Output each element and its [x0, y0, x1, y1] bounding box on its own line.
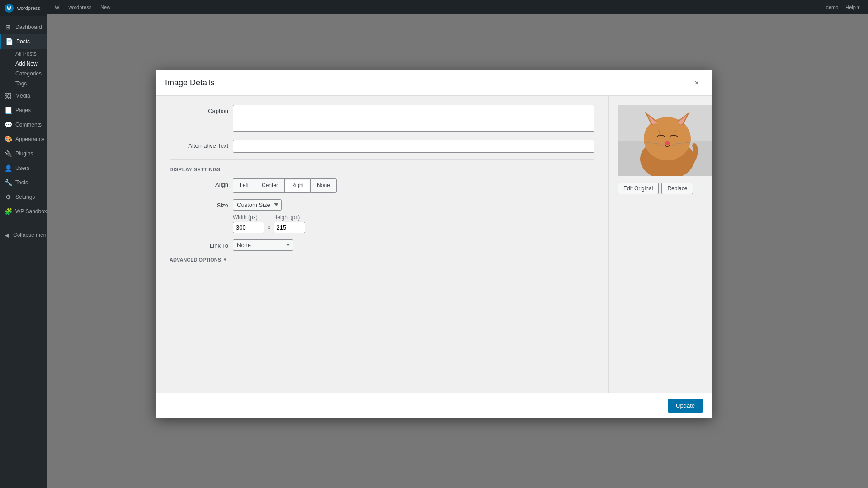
- topbar-user-label: demo: [826, 5, 839, 10]
- alt-text-label: Alternative Text: [170, 140, 228, 149]
- wp-logo-icon[interactable]: W: [5, 4, 14, 13]
- align-right-button[interactable]: Right: [284, 178, 310, 193]
- caption-input[interactable]: [233, 105, 594, 132]
- sidebar-item-comments[interactable]: 💬 Comments: [0, 117, 47, 132]
- plugins-icon: 🔌: [5, 150, 12, 157]
- modal-left-panel: Caption Alternative Text DISPLAY SETTING…: [156, 96, 608, 393]
- cat-svg: [618, 105, 712, 176]
- sidebar-item-users[interactable]: 👤 Users: [0, 161, 47, 175]
- image-action-buttons: Edit Original Replace: [618, 183, 703, 194]
- image-details-modal: Image Details × Caption Alternative Text: [156, 70, 712, 418]
- media-icon: 🖼: [5, 92, 12, 99]
- height-group: Height (px): [274, 214, 305, 233]
- link-to-select[interactable]: None Media File Attachment Page Custom U…: [233, 239, 293, 251]
- size-row: Size Thumbnail Medium Large Full Size Cu…: [170, 199, 594, 233]
- sidebar-item-label: Media: [15, 93, 30, 99]
- sidebar-item-label: Dashboard: [15, 24, 42, 30]
- sidebar-nav: ⊞ Dashboard 📄 Posts All Posts Add New Ca…: [0, 16, 47, 242]
- alt-text-input[interactable]: [233, 140, 594, 153]
- width-group: Width (px): [233, 214, 264, 233]
- size-separator: ×: [267, 224, 271, 231]
- sidebar-item-label: Appearance: [15, 136, 45, 142]
- sidebar-item-label: Plugins: [15, 150, 33, 157]
- sidebar-item-wpsandbox[interactable]: 🧩 WP Sandbox: [0, 204, 47, 219]
- align-control: Left Center Right None: [233, 178, 594, 193]
- posts-icon: 📄: [5, 38, 13, 45]
- align-left-button[interactable]: Left: [233, 178, 255, 193]
- users-icon: 👤: [5, 164, 12, 172]
- align-row: Align Left Center Right None: [170, 178, 594, 193]
- sidebar-item-tools[interactable]: 🔧 Tools: [0, 175, 47, 190]
- alt-text-control: [233, 140, 594, 153]
- modal-title: Image Details: [165, 78, 215, 88]
- sidebar-item-label: Comments: [15, 122, 42, 128]
- topbar-new-btn[interactable]: New: [98, 4, 113, 11]
- replace-button[interactable]: Replace: [661, 183, 693, 194]
- topbar-site-btn[interactable]: wordpress: [66, 4, 94, 11]
- display-settings-title: DISPLAY SETTINGS: [170, 167, 594, 172]
- caption-row: Caption: [170, 105, 594, 133]
- align-none-button[interactable]: None: [310, 178, 337, 193]
- topbar: W wordpress New demo Help ▾: [47, 0, 868, 14]
- sidebar-item-pages[interactable]: 📃 Pages: [0, 103, 47, 117]
- sidebar-subitem-categories[interactable]: Categories: [0, 69, 47, 79]
- size-control: Thumbnail Medium Large Full Size Custom …: [233, 199, 594, 233]
- modal-body: Caption Alternative Text DISPLAY SETTING…: [156, 96, 712, 393]
- sidebar-item-media[interactable]: 🖼 Media: [0, 89, 47, 103]
- tools-icon: 🔧: [5, 179, 12, 186]
- link-to-row: Link To None Media File Attachment Page …: [170, 239, 594, 251]
- width-input[interactable]: [233, 222, 264, 233]
- link-to-label: Link To: [170, 239, 228, 249]
- sidebar-item-label: Posts: [16, 38, 30, 45]
- dashboard-icon: ⊞: [5, 23, 12, 31]
- align-center-button[interactable]: Center: [255, 178, 284, 193]
- advanced-options-label: ADVANCED OPTIONS: [170, 257, 221, 263]
- cat-image-display: [618, 105, 712, 176]
- sidebar-item-label: Pages: [15, 107, 31, 113]
- width-label: Width (px): [233, 214, 264, 221]
- height-label: Height (px): [274, 214, 305, 221]
- update-button[interactable]: Update: [668, 399, 703, 413]
- appearance-icon: 🎨: [5, 136, 12, 143]
- svg-point-8: [665, 141, 670, 145]
- pages-icon: 📃: [5, 107, 12, 114]
- wpsandbox-icon: 🧩: [5, 208, 12, 215]
- link-to-control: None Media File Attachment Page Custom U…: [233, 239, 594, 251]
- edit-original-button[interactable]: Edit Original: [618, 183, 659, 194]
- sidebar: W wordpress ⊞ Dashboard 📄 Posts All Post…: [0, 0, 47, 488]
- sidebar-item-label: WP Sandbox: [15, 208, 47, 215]
- sidebar-item-posts[interactable]: 📄 Posts: [0, 34, 47, 49]
- sidebar-collapse-label: Collapse menu: [13, 232, 49, 238]
- sidebar-item-appearance[interactable]: 🎨 Appearance: [0, 132, 47, 146]
- sidebar-item-plugins[interactable]: 🔌 Plugins: [0, 146, 47, 161]
- sidebar-subitem-tags[interactable]: Tags: [0, 79, 47, 89]
- sidebar-item-dashboard[interactable]: ⊞ Dashboard: [0, 20, 47, 34]
- alt-text-row: Alternative Text: [170, 140, 594, 153]
- sidebar-collapse-menu[interactable]: ◀ Collapse menu: [0, 228, 47, 242]
- chevron-down-icon: ▾: [224, 257, 226, 262]
- topbar-wp-btn[interactable]: W: [52, 4, 62, 11]
- caption-control: [233, 105, 594, 133]
- sidebar-subitem-all-posts[interactable]: All Posts: [0, 49, 47, 59]
- size-inputs-group: Width (px) × Height (px): [233, 214, 594, 233]
- align-label: Align: [170, 178, 228, 188]
- settings-icon: ⚙: [5, 193, 12, 201]
- modal-close-button[interactable]: ×: [690, 76, 703, 89]
- height-input[interactable]: [274, 222, 305, 233]
- caption-label: Caption: [170, 105, 228, 114]
- collapse-icon: ◀: [5, 231, 9, 239]
- image-preview: [618, 105, 703, 176]
- modal-footer: Update: [156, 393, 712, 418]
- sidebar-item-settings[interactable]: ⚙ Settings: [0, 190, 47, 204]
- sidebar-header: W wordpress: [0, 0, 47, 16]
- modal-header: Image Details ×: [156, 70, 712, 96]
- sidebar-item-label: Tools: [15, 179, 28, 186]
- size-select[interactable]: Thumbnail Medium Large Full Size Custom …: [233, 199, 282, 211]
- section-divider: [170, 159, 594, 160]
- advanced-options-toggle[interactable]: ADVANCED OPTIONS ▾: [170, 257, 594, 263]
- topbar-help-btn[interactable]: Help ▾: [842, 4, 863, 11]
- comments-icon: 💬: [5, 121, 12, 128]
- site-name: wordpress: [17, 5, 40, 11]
- sidebar-subitem-add-new[interactable]: Add New: [0, 59, 47, 69]
- size-label: Size: [170, 199, 228, 209]
